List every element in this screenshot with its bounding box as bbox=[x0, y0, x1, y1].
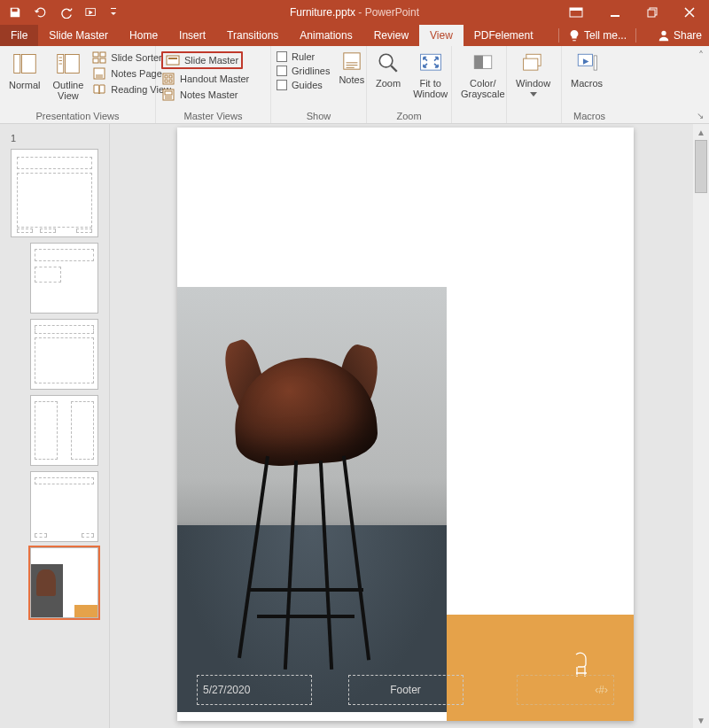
slide-sorter-icon bbox=[92, 51, 106, 64]
footer-placeholder[interactable]: Footer bbox=[348, 675, 464, 705]
tab-insert[interactable]: Insert bbox=[168, 25, 216, 46]
show-dialog-launcher-icon[interactable]: ↘ bbox=[697, 111, 704, 120]
app-name: PowerPoint bbox=[365, 6, 419, 19]
chair-image[interactable] bbox=[177, 287, 447, 712]
restore-icon[interactable] bbox=[647, 7, 658, 18]
notes-master-label: Notes Master bbox=[180, 89, 238, 100]
fit-to-window-icon bbox=[419, 51, 442, 74]
lightbulb-icon bbox=[568, 29, 580, 42]
scroll-down-icon[interactable]: ▼ bbox=[693, 712, 709, 728]
group-master-views: Slide Master Handout Master Notes Master… bbox=[156, 46, 271, 123]
slide-master-icon bbox=[166, 54, 180, 66]
layout-thumbnail-3[interactable] bbox=[30, 395, 98, 466]
svg-rect-26 bbox=[344, 53, 360, 69]
title-bar: Furniture.pptx - PowerPoint bbox=[0, 0, 709, 25]
group-color-label bbox=[457, 121, 501, 123]
svg-rect-8 bbox=[13, 55, 19, 74]
svg-rect-12 bbox=[93, 52, 98, 57]
outline-view-icon bbox=[56, 51, 81, 76]
color-grayscale-icon bbox=[471, 51, 495, 74]
slide-number-text: ‹#› bbox=[595, 684, 608, 696]
ribbon: Normal Outline View Slide Sorter Notes P… bbox=[0, 46, 709, 124]
master-slide-canvas[interactable]: 5/27/2020 Footer ‹#› bbox=[177, 128, 634, 721]
svg-rect-17 bbox=[167, 56, 179, 65]
outline-view-button[interactable]: Outline View bbox=[49, 48, 87, 101]
group-window-label bbox=[512, 121, 556, 123]
ruler-checkbox[interactable]: Ruler bbox=[277, 51, 330, 62]
handout-master-label: Handout Master bbox=[180, 74, 249, 84]
layout-thumbnail-5[interactable] bbox=[30, 547, 98, 618]
master-thumbnail[interactable] bbox=[11, 149, 98, 237]
fit-to-window-button[interactable]: Fit to Window bbox=[409, 48, 451, 99]
normal-view-button[interactable]: Normal bbox=[5, 48, 43, 90]
start-from-beginning-icon[interactable] bbox=[85, 6, 97, 19]
slide-master-button[interactable]: Slide Master bbox=[161, 51, 249, 69]
collapse-ribbon-icon[interactable]: ˄ bbox=[698, 50, 704, 62]
svg-rect-3 bbox=[570, 8, 582, 11]
window-controls bbox=[569, 7, 704, 18]
window-label: Window bbox=[516, 78, 550, 89]
qat-more-icon[interactable] bbox=[110, 6, 117, 19]
window-button[interactable]: Window bbox=[512, 48, 554, 97]
dropdown-icon bbox=[530, 92, 537, 97]
svg-rect-1 bbox=[111, 8, 116, 9]
close-icon[interactable] bbox=[684, 7, 695, 18]
ribbon-tabs: File Slide Master Home Insert Transition… bbox=[0, 25, 709, 46]
date-placeholder[interactable]: 5/27/2020 bbox=[197, 675, 312, 705]
handout-master-button[interactable]: Handout Master bbox=[161, 73, 249, 85]
layout-thumbnail-4[interactable] bbox=[30, 471, 98, 542]
notes-master-icon bbox=[161, 89, 175, 101]
redo-icon[interactable] bbox=[60, 6, 73, 19]
layout-thumbnail-1[interactable] bbox=[30, 243, 98, 314]
notes-pane-button[interactable]: Notes bbox=[335, 48, 368, 85]
checkbox-icon bbox=[277, 80, 287, 90]
slide-number-placeholder[interactable]: ‹#› bbox=[517, 675, 614, 705]
svg-point-27 bbox=[379, 54, 393, 67]
window-icon bbox=[522, 51, 545, 74]
group-show: Ruler Gridlines Guides Notes Show ↘ bbox=[271, 46, 367, 123]
gridlines-checkbox[interactable]: Gridlines bbox=[277, 66, 330, 76]
person-icon bbox=[658, 29, 670, 42]
group-macros-label-text: Macros bbox=[567, 111, 612, 123]
guides-checkbox[interactable]: Guides bbox=[277, 80, 330, 90]
outline-view-label: Outline View bbox=[52, 80, 83, 101]
tell-me[interactable]: Tell me... bbox=[568, 29, 627, 42]
slide-editing-area[interactable]: 5/27/2020 Footer ‹#› ▲ ▼ bbox=[110, 124, 709, 728]
tab-view[interactable]: View bbox=[419, 25, 464, 46]
tab-transitions[interactable]: Transitions bbox=[216, 25, 289, 46]
date-placeholder-text: 5/27/2020 bbox=[203, 684, 250, 696]
tab-review[interactable]: Review bbox=[363, 25, 419, 46]
macros-label: Macros bbox=[571, 78, 603, 89]
svg-rect-11 bbox=[65, 55, 79, 74]
tab-animations[interactable]: Animations bbox=[289, 25, 362, 46]
svg-rect-15 bbox=[100, 58, 105, 63]
notes-page-label: Notes Page bbox=[111, 68, 161, 79]
share-button[interactable]: Share bbox=[658, 29, 702, 42]
minimize-icon[interactable] bbox=[610, 7, 620, 18]
scrollbar-thumb[interactable] bbox=[695, 140, 707, 193]
color-grayscale-button[interactable]: Color/ Grayscale bbox=[457, 48, 509, 99]
svg-rect-6 bbox=[648, 10, 655, 17]
scroll-up-icon[interactable]: ▲ bbox=[693, 124, 709, 140]
macros-button[interactable]: Macros bbox=[567, 48, 606, 89]
svg-point-7 bbox=[661, 31, 666, 35]
save-icon[interactable] bbox=[9, 6, 21, 19]
group-color-grayscale: Color/ Grayscale bbox=[452, 46, 507, 123]
group-presentation-views-label: Presentation Views bbox=[5, 111, 150, 123]
tab-pdfelement[interactable]: PDFelement bbox=[464, 25, 544, 46]
vertical-scrollbar[interactable]: ▲ ▼ bbox=[693, 124, 709, 728]
svg-rect-30 bbox=[474, 56, 483, 69]
notes-master-button[interactable]: Notes Master bbox=[161, 89, 249, 101]
tab-file[interactable]: File bbox=[0, 25, 38, 46]
tab-slide-master[interactable]: Slide Master bbox=[38, 25, 119, 46]
tab-home[interactable]: Home bbox=[119, 25, 168, 46]
ribbon-options-icon[interactable] bbox=[569, 7, 583, 18]
fit-to-window-label: Fit to Window bbox=[413, 78, 448, 99]
undo-icon[interactable] bbox=[34, 6, 48, 19]
gridlines-label: Gridlines bbox=[292, 66, 330, 76]
orange-shape[interactable] bbox=[447, 615, 634, 721]
layout-thumbnail-2[interactable] bbox=[30, 319, 98, 390]
zoom-button[interactable]: Zoom bbox=[372, 48, 404, 89]
group-presentation-views: Normal Outline View Slide Sorter Notes P… bbox=[0, 46, 156, 123]
zoom-label: Zoom bbox=[376, 78, 401, 89]
